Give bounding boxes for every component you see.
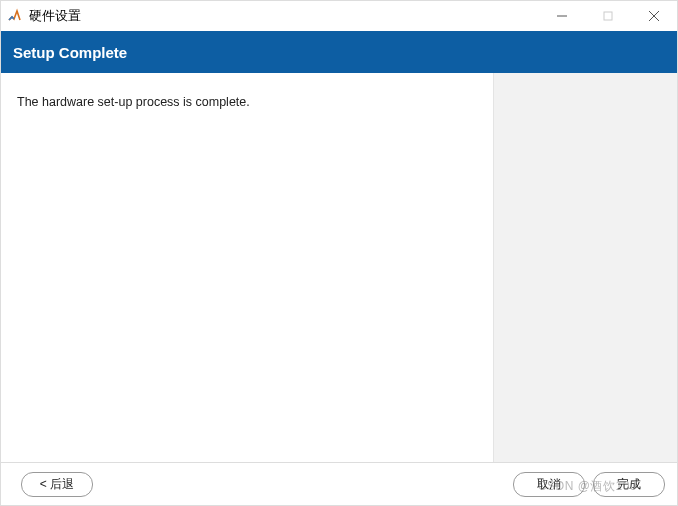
minimize-button[interactable] (539, 1, 585, 31)
side-panel (493, 73, 677, 462)
setup-complete-message: The hardware set-up process is complete. (17, 95, 477, 109)
window-title: 硬件设置 (29, 7, 539, 25)
close-button[interactable] (631, 1, 677, 31)
content-area: The hardware set-up process is complete. (1, 73, 677, 463)
back-button[interactable]: < 后退 (21, 472, 93, 497)
svg-rect-1 (604, 12, 612, 20)
main-panel: The hardware set-up process is complete. (1, 73, 493, 462)
finish-button[interactable]: 完成 (593, 472, 665, 497)
matlab-icon (7, 8, 23, 24)
banner: Setup Complete (1, 31, 677, 73)
cancel-button[interactable]: 取消 (513, 472, 585, 497)
window-controls (539, 1, 677, 31)
titlebar: 硬件设置 (1, 1, 677, 31)
maximize-button[interactable] (585, 1, 631, 31)
footer: < 后退 取消 完成 (1, 463, 677, 505)
banner-heading: Setup Complete (13, 44, 127, 61)
